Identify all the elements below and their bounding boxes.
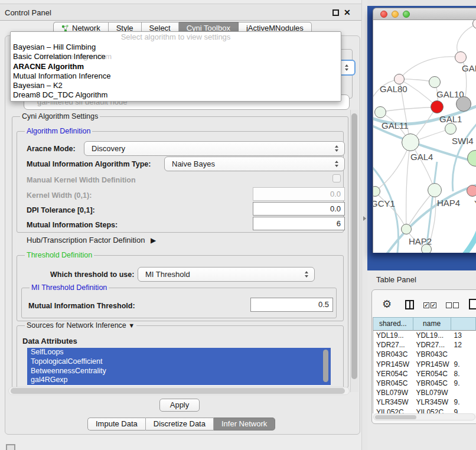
table-row[interactable]: YIL052CYIL052C9. [373,407,476,414]
table-cell[interactable]: 12 [451,340,476,350]
mi-steps-field[interactable]: 6 [253,217,345,230]
table-cell[interactable]: YIL052C [413,407,451,414]
table-hscroll-thumb[interactable] [375,415,416,419]
manual-kernel-label: Manual Kernel Width Definition [27,176,136,184]
table-cell[interactable] [451,388,476,397]
network-window-titlebar[interactable] [373,8,476,20]
select-all-checkbox-icon[interactable]: ✓ [423,302,429,308]
table-cell[interactable]: YBR045C [373,379,413,388]
table-cell[interactable]: 13 [451,331,476,340]
network-node[interactable] [429,76,441,88]
hub-definition-toggle[interactable]: Hub/Transcription Factor Definition ▶ [27,236,156,244]
network-view-window[interactable]: GALGAL80GAL10GAL1GAL11SWI4GAL4GCY1HAP4YH… [373,8,476,253]
table-cell[interactable]: 8. [451,369,476,379]
data-attribute-item[interactable]: SelfLoops [27,348,331,357]
tab-discretize-data[interactable]: Discretize Data [146,418,214,431]
table-cell[interactable]: YPR145W [373,360,413,369]
table-row[interactable]: YBL079WYBL079W [373,388,476,397]
table-row[interactable]: YPR145WYPR145W9. [373,360,476,369]
kernel-width-field[interactable]: 0.0 [253,187,345,201]
table-row[interactable]: YER054CYER054C8. [373,369,476,379]
network-node[interactable] [394,74,405,84]
table-cell[interactable]: YBR043C [373,350,413,359]
column-header-shared-name[interactable]: shared... [373,317,413,331]
network-node[interactable] [402,133,419,151]
table-cell[interactable]: 9. [451,407,476,414]
tab-impute-data[interactable]: Impute Data [87,418,146,431]
sources-toggle[interactable]: Sources for Network Inference ▼ [25,321,136,330]
minimize-traffic-light[interactable] [392,11,399,18]
table-cell[interactable]: YDR27... [373,340,413,350]
split-columns-icon[interactable] [405,300,414,309]
data-attribute-item[interactable]: BetweennessCentrality [27,367,331,376]
settings-hscroll-thumb[interactable] [11,388,345,394]
algorithm-option[interactable]: Mutual Information Inference [11,71,341,81]
column-header-name[interactable]: name [413,317,451,331]
attributes-list-scrollbar[interactable] [323,350,328,382]
table-cell[interactable] [451,350,476,359]
algorithm-option[interactable]: Dream8 DC_TDC Algorithm [11,90,341,100]
algorithm-option[interactable]: Bayesian – Hill Climbing [11,43,341,52]
table-cell[interactable]: YDL19... [373,331,413,340]
mi-threshold-field[interactable]: 0.5 [250,298,333,312]
network-node[interactable] [401,224,412,234]
network-node[interactable] [431,100,444,113]
network-node[interactable] [421,244,432,253]
data-attributes-list[interactable]: SelfLoopsTopologicalCoefficientBetweenne… [27,348,331,386]
deselect-all-checkbox-icon[interactable] [453,302,459,308]
table-row[interactable]: YDL19...YDL19...13 [373,331,476,340]
table-row[interactable]: YLR345WYLR345W9. [373,397,476,407]
network-node[interactable] [374,106,386,118]
zoom-traffic-light[interactable] [403,11,410,18]
table-cell[interactable]: YLR345W [373,397,413,407]
table-row[interactable]: YDR27...YDR27...12 [373,340,476,350]
new-table-icon[interactable] [469,299,476,309]
table-hscroll-track[interactable] [373,413,475,420]
table-cell[interactable]: YBR045C [413,379,451,388]
manual-kernel-checkbox[interactable] [332,174,341,182]
algorithm-option[interactable]: Bayesian – K2 [11,81,341,90]
network-node[interactable] [456,96,471,112]
tab-infer-network[interactable]: Infer Network [214,418,275,431]
network-node[interactable] [467,185,476,197]
float-window-icon[interactable] [332,9,339,16]
algorithm-option[interactable]: ARACNE Algorithm [11,62,341,71]
column-header-partial[interactable] [451,317,476,331]
table-cell[interactable]: YBL079W [373,388,413,397]
table-cell[interactable]: 9. [451,397,476,407]
gear-icon[interactable]: ⚙ [382,299,392,309]
network-node[interactable] [445,123,457,135]
close-icon[interactable]: ✕ [344,7,351,18]
table-cell[interactable]: YPR145W [413,360,451,369]
split-pane-divider[interactable] [361,0,367,450]
table-row[interactable]: YBR043CYBR043C [373,350,476,359]
network-node[interactable] [428,183,442,197]
close-traffic-light[interactable] [380,11,387,18]
dpi-tolerance-field[interactable]: 0.0 [253,202,345,216]
data-attribute-item[interactable]: TopologicalCoefficient [27,357,331,367]
panel-resize-handle[interactable] [363,216,366,221]
network-canvas[interactable]: GALGAL80GAL10GAL1GAL11SWI4GAL4GCY1HAP4YH… [373,20,476,253]
table-cell[interactable]: YER054C [413,369,451,379]
mi-type-value: Naive Bayes [172,159,215,168]
apply-button[interactable]: Apply [159,399,200,412]
table-cell[interactable]: YDR27... [413,340,451,350]
select-all-checkbox-icon[interactable]: ✓ [431,302,436,308]
table-cell[interactable]: YLR345W [413,397,451,407]
docked-panel-icon[interactable] [6,444,15,450]
settings-vscroll-thumb[interactable] [351,113,357,379]
which-threshold-combobox[interactable]: MI Threshold [138,267,315,282]
mi-type-combobox[interactable]: Naive Bayes [164,156,345,171]
data-attribute-item[interactable]: gal4RGexp [27,376,331,385]
table-cell[interactable]: YER054C [373,369,413,379]
deselect-all-checkbox-icon[interactable] [446,302,452,308]
table-cell[interactable]: YIL052C [373,407,413,414]
table-cell[interactable]: 9. [451,379,476,388]
aracne-mode-combobox[interactable]: Discovery [84,141,345,156]
table-cell[interactable]: 9. [451,360,476,369]
table-cell[interactable]: YBR043C [413,350,451,359]
table-cell[interactable]: YDL19... [413,331,451,340]
table-cell[interactable]: YBL079W [413,388,451,397]
table-row[interactable]: YBR045CYBR045C9. [373,379,476,388]
network-node[interactable] [455,51,467,63]
